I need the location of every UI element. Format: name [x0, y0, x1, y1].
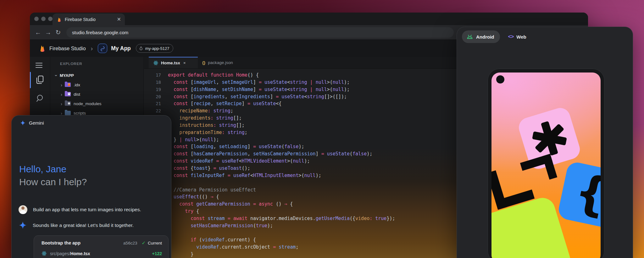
check-icon: ✓: [142, 240, 146, 246]
stage: Firebase Studio ✕ ← → ↻ studio.firebase.…: [0, 0, 644, 258]
window-control-dot[interactable]: [48, 17, 53, 21]
gemini-greeting: Hello, Jane How can I help?: [19, 163, 87, 188]
browser-tab-title: Firebase Studio: [65, 17, 114, 22]
status-badge: Current: [148, 241, 162, 245]
explorer-folder-node_modules[interactable]: ›node_modules: [51, 99, 143, 108]
browser-tab-strip: Firebase Studio ✕: [30, 13, 588, 25]
tree-root-label: MYAPP: [60, 73, 74, 78]
user-message-row: Build an app that lets me turn images in…: [19, 205, 141, 214]
app-name: My App: [111, 45, 131, 52]
tab-close-icon[interactable]: ✕: [117, 16, 121, 22]
window-control-dot[interactable]: [41, 17, 46, 21]
json-braces-icon: {}: [202, 60, 205, 65]
code-area[interactable]: 17export default function Home() {18 con…: [144, 69, 395, 258]
code-line-20: 20 const [ingredients, setIngredients] =…: [144, 93, 395, 100]
forward-icon[interactable]: →: [43, 29, 53, 36]
code-line-35: 35 const getCameraPermission = async () …: [144, 201, 395, 208]
code-line-40: 40 if (videoRef.current) {: [144, 236, 395, 244]
web-tab-label: Web: [516, 34, 526, 40]
explorer-folder-dist[interactable]: ›dist: [51, 89, 143, 99]
code-line-17: 17export default function Home() {: [144, 72, 395, 79]
editor-tab-label: Home.tsx: [161, 61, 180, 65]
brace-icon: {: [571, 167, 601, 219]
reload-icon[interactable]: ↻: [53, 29, 63, 36]
chevron-right-icon: ›: [61, 92, 62, 97]
android-icon: [466, 34, 473, 40]
file-tree: › MYAPP ›.idx›dist›node_modules›scripts: [51, 71, 143, 118]
code-line-19: 19 const [dishName, setDishName] = useSt…: [144, 86, 395, 93]
url-text: studio.firebase.google.com: [72, 30, 128, 35]
folder-icon: [65, 92, 71, 96]
android-tab[interactable]: Android: [462, 30, 500, 43]
line-number: 22: [144, 107, 161, 115]
editor-tab-package-json[interactable]: {} package.json: [198, 57, 237, 68]
back-icon[interactable]: ←: [33, 29, 43, 36]
folder-label: dist: [74, 92, 80, 97]
bootstrap-card[interactable]: Bootstrap the app a56c23 ✓ Current src/p…: [34, 235, 169, 258]
project-id-pill[interactable]: my-app-5127: [136, 44, 174, 53]
phone-mockup: {: [487, 68, 605, 258]
explorer-files-icon[interactable]: [36, 75, 44, 86]
folder-icon: [65, 83, 71, 87]
search-icon[interactable]: [36, 94, 45, 104]
code-line-31: 31 const fileInputRef = useRef<HTMLInput…: [144, 172, 395, 179]
web-tab[interactable]: <> Web: [508, 34, 526, 40]
tab-close-icon[interactable]: ×: [183, 61, 186, 65]
droplet-icon: [139, 46, 143, 51]
gemini-sparkle-icon: [20, 120, 26, 126]
code-line-18: 18 const [imageUrl, setImageUrl] = useSt…: [144, 79, 395, 86]
folder-icon: [65, 111, 71, 115]
blue-brace-shape: {: [557, 161, 601, 229]
editor-tab-home-tsx[interactable]: Home.tsx ×: [149, 57, 198, 68]
folder-label: .idx: [74, 83, 80, 87]
code-brackets-icon: <>: [508, 34, 514, 40]
code-line-42: 42 }: [144, 251, 395, 258]
bootstrap-card-header: Bootstrap the app a56c23 ✓ Current: [42, 240, 162, 246]
line-number: 19: [144, 86, 161, 93]
assistant-message: Sounds like a great idea! Let’s build it…: [33, 223, 134, 228]
greeting-question: How can I help?: [19, 175, 87, 188]
gemini-sparkle-icon: [19, 221, 27, 229]
gemini-panel: Gemini Hello, Jane How can I help? Build…: [11, 115, 171, 258]
browser-tab[interactable]: Firebase Studio ✕: [53, 13, 125, 25]
code-line-32: 32: [144, 179, 395, 186]
user-message: Build an app that lets me turn images in…: [33, 207, 141, 212]
code-line-25: 25 preparationTime: string;: [144, 129, 395, 136]
code-line-36: 36 try {: [144, 208, 395, 215]
code-line-28: 28 const [hasCameraPermission, setHasCam…: [144, 150, 395, 158]
preview-panel: Android <> Web {: [457, 27, 633, 258]
window-control-dot[interactable]: [34, 17, 39, 21]
chevron-right-icon: ›: [61, 82, 62, 88]
explorer-folder-.idx[interactable]: ›.idx: [51, 80, 143, 89]
folder-label: node_modules: [74, 101, 102, 106]
code-line-29: 29 const videoRef = useRef<HTMLVideoElem…: [144, 158, 395, 165]
code-line-27: 27 const [loading, setLoading] = useStat…: [144, 143, 395, 150]
firebase-logo-icon: [38, 44, 46, 52]
app-prototyping-icon: [98, 44, 107, 53]
assistant-message-row: Sounds like a great idea! Let’s build it…: [19, 221, 134, 229]
breadcrumb-separator: ›: [91, 45, 93, 52]
window-controls[interactable]: [34, 17, 53, 21]
code-line-22: 22 recipeName: string;: [144, 107, 395, 115]
code-line-30: 30 const {toast} = useToast();: [144, 165, 395, 172]
gemini-header: Gemini: [20, 120, 44, 126]
line-number: 17: [144, 72, 161, 79]
code-line-26: 26 } | null>(null);: [144, 136, 395, 143]
code-line-41: 41 videoRef.current.srcObject = stream;: [144, 244, 395, 251]
line-number: 20: [144, 93, 161, 100]
menu-icon[interactable]: [36, 61, 42, 69]
address-bar[interactable]: studio.firebase.google.com: [66, 27, 454, 38]
explorer-title: EXPLORER: [60, 62, 82, 66]
react-icon: [153, 60, 158, 66]
editor-tab-label: package.json: [208, 60, 233, 65]
phone-screen: {: [491, 73, 601, 258]
camera-punch-hole: [496, 75, 504, 83]
android-tab-label: Android: [476, 34, 494, 40]
line-number: 21: [144, 100, 161, 107]
gemini-title: Gemini: [29, 120, 44, 126]
tree-root-myapp[interactable]: › MYAPP: [51, 71, 143, 80]
changed-file-row[interactable]: src/pages/Home.tsx +122: [42, 251, 162, 256]
code-line-39: 39: [144, 229, 395, 237]
code-line-38: 38 setHasCameraPermission(true);: [144, 222, 395, 229]
file-path: src/pages/Home.tsx: [50, 251, 149, 256]
